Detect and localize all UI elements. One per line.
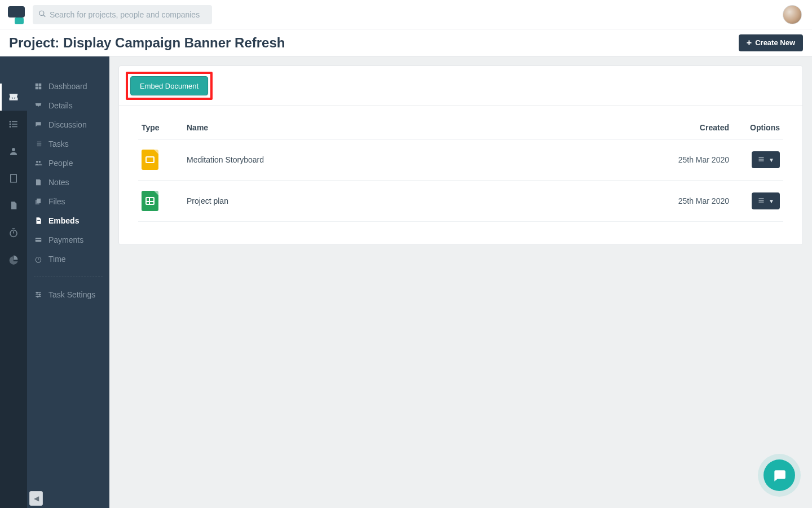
hamburger-icon [757,155,765,164]
embed-document-button[interactable]: Embed Document [130,76,208,95]
chat-bubble-icon [772,468,787,483]
col-type: Type [138,116,183,139]
doc-created: 25th Mar 2020 [654,139,732,181]
sidebar-divider [34,277,103,277]
sidebar-item-files[interactable]: Files [27,192,109,211]
highlight-annotation: Embed Document [126,72,213,100]
rail-file[interactable] [0,192,27,219]
note-icon [34,178,43,186]
svg-point-7 [10,126,11,128]
col-created: Created [654,116,732,139]
svg-rect-32 [36,239,42,240]
documents-table: Type Name Created Options [138,116,783,222]
search-input[interactable] [33,5,212,24]
doc-name[interactable]: Meditation Storyboard [183,139,654,181]
svg-point-40 [37,296,38,297]
app-logo[interactable] [8,5,27,24]
table-header-row: Type Name Created Options [138,116,783,139]
sidebar-item-time[interactable]: Time [27,249,109,269]
settings-icon [34,291,43,299]
panel-header: Embed Document [119,66,802,106]
rail-building[interactable] [0,165,27,192]
search-icon [38,10,46,19]
rail-list[interactable] [0,111,27,138]
sidebar-item-tasks[interactable]: Tasks [27,134,109,154]
sidebar-item-label: Task Settings [48,290,95,299]
sidebar-item-label: Details [48,101,73,110]
svg-point-38 [37,292,38,293]
col-options: Options [732,116,783,139]
sidebar-item-label: Dashboard [48,82,87,91]
chat-icon [34,121,43,129]
svg-rect-21 [36,87,38,90]
grid-icon [34,82,43,90]
rail-user[interactable] [0,138,27,165]
sidebar-item-payments[interactable]: Payments [27,230,109,249]
chevron-down-icon: ▼ [769,157,774,163]
create-new-label: Create New [755,38,795,47]
copy-icon [34,198,43,205]
table-row: Meditation Storyboard 25th Mar 2020 ▼ [138,139,783,181]
sidebar-item-label: People [48,159,73,168]
avatar[interactable] [783,5,802,24]
clock-icon [34,255,43,263]
sidebar-item-embeds[interactable]: Embeds [27,211,109,230]
rail-timer[interactable] [0,219,27,246]
page-title: Project: Display Campaign Banner Refresh [9,35,285,51]
svg-point-8 [12,148,15,151]
sidebar-item-discussion[interactable]: Discussion [27,115,109,134]
sidebar-item-details[interactable]: Details [27,96,109,115]
plus-icon: + [747,38,752,47]
sidebar-collapse-button[interactable]: ◀ [29,491,43,506]
col-name: Name [183,116,654,139]
sidebar: Dashboard Details Discussion Tasks Peopl… [27,56,109,508]
sidebar-item-notes[interactable]: Notes [27,173,109,192]
svg-point-27 [39,161,41,163]
sidebar-item-label: Tasks [48,139,69,148]
sidebar-item-dashboard[interactable]: Dashboard [27,77,109,96]
tasks-icon [34,140,43,148]
rail-inbox[interactable] [0,84,27,111]
hamburger-icon [757,196,765,205]
card-icon [34,236,43,244]
svg-point-33 [36,257,41,262]
row-options-button[interactable]: ▼ [752,192,780,209]
topbar [0,0,812,29]
google-slides-icon [142,150,158,170]
svg-rect-30 [37,220,40,221]
chat-fab[interactable] [764,459,795,491]
svg-point-39 [39,294,40,295]
inbox-icon [34,102,43,110]
svg-point-0 [39,11,44,15]
people-icon [34,159,43,167]
google-sheets-icon [142,191,158,211]
svg-line-1 [43,15,46,17]
nav-rail [0,56,27,508]
svg-rect-22 [39,87,42,90]
panel-body: Type Name Created Options [119,106,802,244]
sidebar-item-label: Discussion [48,120,87,129]
svg-point-5 [10,121,11,122]
create-new-button[interactable]: + Create New [739,34,803,51]
svg-point-26 [36,161,38,163]
sidebar-item-label: Embeds [48,216,79,225]
table-row: Project plan 25th Mar 2020 ▼ [138,181,783,222]
svg-rect-29 [36,200,39,204]
chevron-down-icon: ▼ [769,198,774,204]
svg-rect-9 [11,174,17,182]
sidebar-item-people[interactable]: People [27,154,109,173]
rail-pie[interactable] [0,246,27,273]
sidebar-item-label: Files [48,197,65,206]
svg-rect-20 [39,84,42,86]
doc-name[interactable]: Project plan [183,181,654,222]
project-header: Project: Display Campaign Banner Refresh… [0,29,812,56]
embed-icon [34,217,43,225]
sidebar-item-label: Payments [48,235,83,244]
rail-spacer [0,56,27,84]
sidebar-item-task-settings[interactable]: Task Settings [27,285,109,304]
doc-created: 25th Mar 2020 [654,181,732,222]
svg-rect-19 [36,84,38,86]
row-options-button[interactable]: ▼ [752,151,780,168]
sidebar-item-label: Time [48,255,66,264]
sidebar-item-label: Notes [48,178,69,187]
